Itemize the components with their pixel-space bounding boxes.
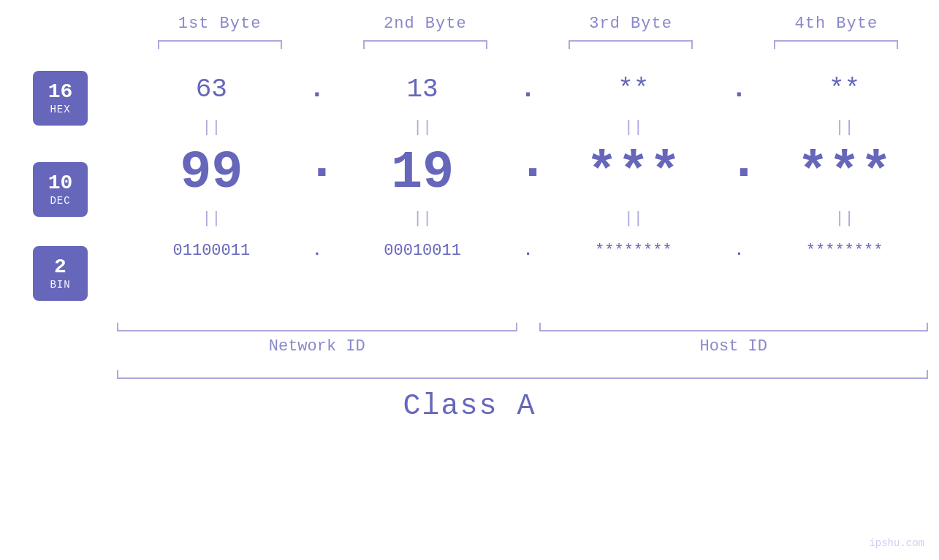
top-bracket-1 xyxy=(158,40,282,49)
hex-b3: ** xyxy=(539,64,729,115)
hex-b2: 13 xyxy=(328,64,517,115)
eq2-3: || xyxy=(539,207,729,231)
dec-number: 10 xyxy=(48,172,73,195)
bin-label: BIN xyxy=(50,279,70,291)
hex-number: 16 xyxy=(48,81,73,104)
watermark: ipshu.com xyxy=(869,537,924,549)
dot-bin-1: . xyxy=(306,242,328,260)
bracket-gap xyxy=(517,323,539,331)
dot-hex-3: . xyxy=(728,74,750,104)
dec-row: 99 · 19 · *** · *** xyxy=(117,139,939,207)
dot-dec-3: · xyxy=(728,143,750,203)
bracket-cell-3 xyxy=(528,40,734,49)
byte1-header: 1st Byte xyxy=(117,15,322,33)
byte3-header: 3rd Byte xyxy=(528,15,734,33)
class-label: Class A xyxy=(0,390,939,423)
top-bracket-3 xyxy=(569,40,693,49)
eq-3: || xyxy=(539,115,729,139)
bottom-brackets xyxy=(117,323,939,331)
hex-row: 63 . 13 . ** . ** xyxy=(117,64,939,115)
eq2-1: || xyxy=(117,207,306,231)
equals-row-1: || || || || xyxy=(117,115,939,139)
network-id-label: Network ID xyxy=(117,337,517,356)
dec-b3: *** xyxy=(539,139,729,207)
bin-b1: 01100011 xyxy=(117,231,306,271)
eq-1: || xyxy=(117,115,306,139)
dot-hex-2: . xyxy=(517,74,539,104)
dec-b1: 99 xyxy=(117,139,306,207)
base-badges: 16 HEX 10 DEC 2 BIN xyxy=(0,64,117,315)
dec-b4: *** xyxy=(750,139,939,207)
value-rows: 63 . 13 . ** . ** || || || || 99 xyxy=(117,64,939,315)
bin-b2: 00010011 xyxy=(328,231,517,271)
full-bracket-container xyxy=(0,370,939,379)
bracket-cell-2 xyxy=(322,40,528,49)
byte4-header: 4th Byte xyxy=(734,15,939,33)
bin-b4: ******** xyxy=(750,231,939,271)
dec-badge: 10 DEC xyxy=(33,162,88,217)
dot-bin-2: . xyxy=(517,242,539,260)
eq-2: || xyxy=(328,115,517,139)
hex-badge: 16 HEX xyxy=(33,71,88,126)
top-bracket-2 xyxy=(363,40,487,49)
main-container: 1st Byte 2nd Byte 3rd Byte 4th Byte 16 H… xyxy=(0,0,939,560)
id-section: Network ID Host ID xyxy=(0,323,939,356)
dot-hex-1: . xyxy=(306,74,328,104)
dot-dec-2: · xyxy=(517,143,539,203)
bin-number: 2 xyxy=(54,256,66,279)
eq2-4: || xyxy=(750,207,939,231)
bracket-cell-4 xyxy=(734,40,939,49)
id-labels: Network ID Host ID xyxy=(117,337,939,356)
top-bracket-row xyxy=(0,40,939,49)
dot-bin-3: . xyxy=(728,242,750,260)
eq-4: || xyxy=(750,115,939,139)
bin-row: 01100011 . 00010011 . ******** . *******… xyxy=(117,231,939,271)
dec-b2: 19 xyxy=(328,139,517,207)
hex-label: HEX xyxy=(50,104,70,115)
bin-badge: 2 BIN xyxy=(33,246,88,301)
equals-row-2: || || || || xyxy=(117,207,939,231)
hex-b1: 63 xyxy=(117,64,306,115)
host-id-label: Host ID xyxy=(539,337,929,356)
bracket-cell-1 xyxy=(117,40,322,49)
byte-headers: 1st Byte 2nd Byte 3rd Byte 4th Byte xyxy=(0,15,939,33)
network-bracket xyxy=(117,323,517,331)
bin-b3: ******** xyxy=(539,231,729,271)
host-bracket xyxy=(539,323,929,331)
dec-label: DEC xyxy=(50,195,70,207)
top-bracket-4 xyxy=(774,40,898,49)
dot-dec-1: · xyxy=(306,143,328,203)
full-bottom-bracket xyxy=(117,370,928,379)
hex-b4: ** xyxy=(750,64,939,115)
eq2-2: || xyxy=(328,207,517,231)
byte2-header: 2nd Byte xyxy=(322,15,528,33)
